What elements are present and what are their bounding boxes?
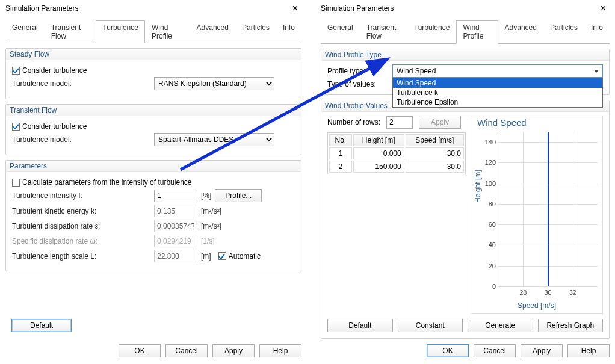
tabstrip: General Transient Flow Turbulence Wind P… bbox=[5, 20, 301, 43]
transient-flow-group: Transient Flow Consider turbulence Turbu… bbox=[5, 104, 301, 155]
profile-type-dropdown[interactable]: Wind Speed Turbulence k Turbulence Epsil… bbox=[392, 78, 603, 108]
unit-label: [1/s] bbox=[201, 237, 215, 245]
titlebar: Simulation Parameters × bbox=[316, 1, 614, 15]
tab-transient-flow[interactable]: Transient Flow bbox=[360, 20, 407, 44]
th-speed: Speed [m/s] bbox=[406, 134, 464, 146]
cell-no: 2 bbox=[329, 161, 352, 173]
k-label: Turbulent kinetic energy k: bbox=[12, 207, 150, 215]
tab-info[interactable]: Info bbox=[584, 20, 610, 44]
turbulence-model-label: Turbulence model: bbox=[12, 79, 150, 88]
automatic-checkbox[interactable]: Automatic bbox=[218, 252, 261, 261]
consider-turbulence-checkbox-transient[interactable]: Consider turbulence bbox=[12, 122, 87, 131]
dialog-left-turbulence: Simulation Parameters × General Transien… bbox=[0, 0, 307, 364]
y-tick: 60 bbox=[478, 221, 496, 228]
eps-input bbox=[154, 220, 197, 232]
turbulence-model-label: Turbulence model: bbox=[12, 135, 150, 144]
help-button[interactable]: Help bbox=[567, 344, 610, 357]
tab-info[interactable]: Info bbox=[276, 20, 301, 43]
profile-type-select[interactable]: Wind Speed bbox=[392, 64, 603, 78]
tab-general[interactable]: General bbox=[321, 20, 360, 44]
close-icon[interactable]: × bbox=[289, 3, 301, 14]
chart-series-line bbox=[548, 132, 549, 286]
tab-wind-profile[interactable]: Wind Profile bbox=[456, 20, 498, 44]
checkbox-label: Automatic bbox=[229, 252, 261, 261]
dropdown-option-wind-speed[interactable]: Wind Speed bbox=[393, 78, 602, 88]
table-header-row: No. Height [m] Speed [m/s] bbox=[329, 134, 464, 146]
wind-speed-chart: Wind Speed Height [m] 020406080100120140… bbox=[471, 116, 603, 314]
dropdown-option-turbulence-k[interactable]: Turbulence k bbox=[393, 88, 602, 97]
tabstrip: General Transient Flow Turbulence Wind P… bbox=[321, 20, 610, 44]
turbulence-model-steady[interactable]: RANS K-epsilon (Standard) bbox=[154, 77, 274, 90]
default-button[interactable]: Default bbox=[11, 319, 72, 332]
table-row[interactable]: 1 0.000 30.0 bbox=[329, 147, 464, 159]
apply-button[interactable]: Apply bbox=[521, 344, 563, 357]
cell-height[interactable]: 150.000 bbox=[353, 161, 404, 173]
checkbox-icon bbox=[218, 252, 226, 260]
tab-general[interactable]: General bbox=[5, 20, 45, 43]
tab-particles[interactable]: Particles bbox=[235, 20, 276, 43]
th-no: No. bbox=[329, 134, 352, 146]
unit-label: [m²/s²] bbox=[201, 207, 221, 215]
checkbox-icon bbox=[12, 67, 20, 75]
dialog-buttons: OK Cancel Apply Help bbox=[1, 341, 306, 363]
x-tick: 30 bbox=[544, 289, 551, 296]
num-rows-label: Number of rows: bbox=[327, 118, 380, 126]
default-button[interactable]: Default bbox=[327, 319, 393, 332]
k-input bbox=[154, 205, 197, 217]
chevron-down-icon bbox=[594, 70, 599, 73]
type-of-values-label: Type of values: bbox=[327, 80, 388, 88]
tab-turbulence[interactable]: Turbulence bbox=[96, 20, 145, 43]
eps-label: Turbulent dissipation rate ε: bbox=[12, 222, 150, 230]
wind-profile-type-group: Wind Profile Type Profile type: Wind Spe… bbox=[321, 49, 610, 95]
omega-input bbox=[154, 235, 197, 247]
apply-button[interactable]: Apply bbox=[212, 344, 255, 357]
num-rows-input[interactable] bbox=[386, 116, 413, 129]
group-legend: Parameters bbox=[6, 161, 301, 172]
cancel-button[interactable]: Cancel bbox=[165, 344, 208, 357]
tab-advanced[interactable]: Advanced bbox=[190, 20, 235, 43]
refresh-graph-button[interactable]: Refresh Graph bbox=[538, 319, 604, 332]
tab-advanced[interactable]: Advanced bbox=[498, 20, 543, 44]
profile-table: No. Height [m] Speed [m/s] 1 0.000 30.0 … bbox=[327, 132, 466, 174]
cancel-button[interactable]: Cancel bbox=[474, 344, 516, 357]
ok-button[interactable]: OK bbox=[427, 344, 469, 357]
consider-turbulence-checkbox-steady[interactable]: Consider turbulence bbox=[12, 66, 87, 75]
dropdown-option-turbulence-epsilon[interactable]: Turbulence Epsilon bbox=[393, 97, 602, 107]
x-axis-label: Speed [m/s] bbox=[471, 301, 602, 310]
cell-height[interactable]: 0.000 bbox=[353, 147, 404, 159]
checkbox-icon bbox=[12, 179, 20, 187]
tab-particles[interactable]: Particles bbox=[543, 20, 584, 44]
tab-turbulence[interactable]: Turbulence bbox=[407, 20, 457, 44]
cell-no: 1 bbox=[329, 147, 352, 159]
unit-label: [%] bbox=[201, 191, 211, 200]
cell-speed[interactable]: 30.0 bbox=[406, 161, 464, 173]
x-tick: 32 bbox=[569, 289, 576, 296]
length-scale-label: Turbulence length scale L: bbox=[12, 252, 150, 261]
ok-button[interactable]: OK bbox=[119, 344, 161, 357]
close-icon[interactable]: × bbox=[597, 3, 610, 14]
apply-rows-button[interactable]: Apply bbox=[419, 116, 461, 129]
length-scale-input bbox=[154, 250, 197, 262]
dialog-title: Simulation Parameters bbox=[5, 4, 78, 13]
unit-label: [m] bbox=[201, 252, 211, 261]
cell-speed[interactable]: 30.0 bbox=[406, 147, 464, 159]
group-legend: Wind Profile Type bbox=[321, 49, 609, 61]
y-tick: 0 bbox=[478, 283, 496, 290]
help-button[interactable]: Help bbox=[259, 344, 301, 357]
table-row[interactable]: 2 150.000 30.0 bbox=[329, 161, 464, 173]
th-height: Height [m] bbox=[353, 134, 404, 146]
profile-button[interactable]: Profile... bbox=[215, 189, 262, 202]
generate-button[interactable]: Generate bbox=[468, 319, 533, 332]
omega-label: Specific dissipation rate ω: bbox=[12, 237, 150, 245]
intensity-input[interactable] bbox=[154, 190, 197, 202]
intensity-label: Turbulence intensity I: bbox=[12, 191, 150, 200]
y-tick: 120 bbox=[478, 159, 496, 166]
checkbox-label: Consider turbulence bbox=[22, 66, 87, 75]
constant-button[interactable]: Constant bbox=[398, 319, 463, 332]
wind-profile-values-group: Wind Profile Values Number of rows: Appl… bbox=[321, 100, 610, 339]
y-tick: 140 bbox=[478, 138, 496, 146]
tab-transient-flow[interactable]: Transient Flow bbox=[45, 20, 96, 43]
turbulence-model-transient[interactable]: Spalart-Allmaras DDES bbox=[154, 133, 274, 146]
calc-from-intensity-checkbox[interactable]: Calculate parameters from the intensity … bbox=[12, 178, 191, 187]
tab-wind-profile[interactable]: Wind Profile bbox=[145, 20, 190, 43]
